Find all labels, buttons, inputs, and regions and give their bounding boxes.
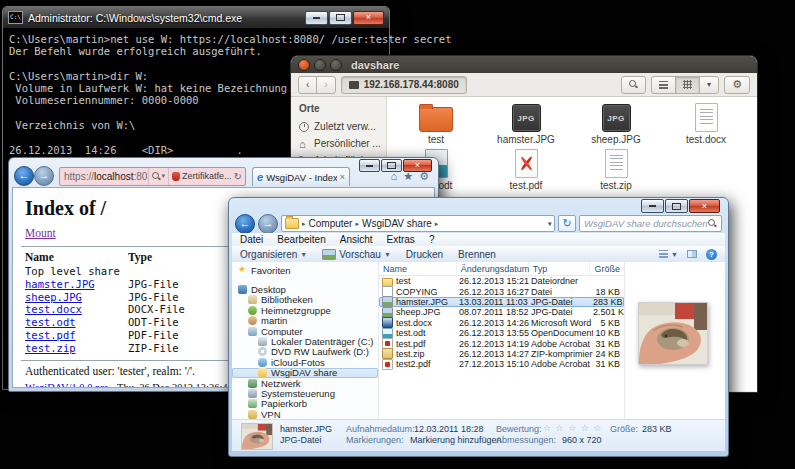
search-button[interactable] — [621, 76, 646, 94]
tab-close-icon[interactable]: × — [340, 172, 345, 182]
file-row[interactable]: hamster.JPG 13.03.2011 11:03 JPG-Datei 2… — [379, 297, 624, 307]
back-button[interactable]: ‹ — [298, 76, 317, 94]
search-box[interactable] — [579, 215, 722, 232]
menu-item[interactable]: Ansicht — [340, 234, 373, 245]
file-row[interactable]: test.zip 26.12.2013 14:27 ZIP-komprimier… — [379, 349, 624, 359]
nav-tree-item[interactable]: Netzwerk — [232, 378, 378, 388]
file-link[interactable]: sheep.JPG — [25, 291, 128, 304]
nav-tree-item[interactable]: Favoriten — [232, 265, 378, 275]
preview-button[interactable]: Vorschau▼ — [322, 249, 391, 260]
search-input[interactable] — [584, 218, 708, 229]
minimize-button[interactable] — [359, 159, 380, 172]
file-row[interactable]: sheep.JPG 08.07.2011 18:52 JPG-Datei 2.5… — [379, 307, 624, 317]
file-icon-cell[interactable]: test.zip — [571, 148, 661, 194]
certificate-warning[interactable]: Zertifikatfe... ↻ — [168, 168, 245, 185]
file-row[interactable]: test2.pdf 27.12.2013 15:10 Adobe Acrobat… — [379, 359, 624, 369]
browser-tab[interactable]: e WsgiDAV - Index of / × — [252, 167, 350, 186]
close-button[interactable] — [298, 59, 310, 71]
menu-item[interactable]: Bearbeiten — [277, 234, 325, 245]
breadcrumb-bar[interactable]: ▸ Computer ▸ WsgiDAV share ▸ ▾ — [281, 215, 555, 232]
organize-button[interactable]: Organisieren▼ — [240, 249, 307, 260]
home-icon[interactable]: ⌂ — [391, 171, 398, 182]
nav-tree-item[interactable]: martin — [232, 316, 378, 326]
file-icon-cell[interactable]: test.docx — [661, 102, 751, 148]
nav-tree-item[interactable]: DVD RW Laufwerk (D:) — [232, 347, 378, 357]
menu-item[interactable]: ? — [429, 234, 435, 245]
file-link[interactable]: test.zip — [25, 342, 128, 355]
picture-icon — [322, 249, 336, 260]
refresh-button[interactable]: ↻ — [558, 215, 576, 232]
minimize-button[interactable] — [641, 199, 664, 213]
wsgidav-link[interactable]: WsgiDAV/1.0.0.pre — [25, 382, 109, 388]
column-header-date[interactable]: Änderungsdatum — [457, 262, 529, 275]
file-icon-cell[interactable]: JPG hamster.JPG — [481, 102, 571, 148]
file-list: Name Änderungsdatum Typ Größe test 26.12… — [378, 262, 624, 419]
file-row[interactable]: COPYING 26.12.2013 16:27 Datei 18 KB — [379, 286, 624, 296]
list-view-button[interactable] — [651, 76, 676, 94]
chevron-down-icon[interactable]: ▾ — [548, 220, 552, 228]
address-search-button[interactable]: ▾ — [148, 168, 169, 185]
nav-tree-item[interactable]: WsgiDAV share — [232, 368, 378, 378]
breadcrumb-computer[interactable]: Computer — [309, 218, 353, 229]
file-icon-cell[interactable]: test.pdf — [481, 148, 571, 194]
nav-tree-item[interactable]: iCloud-Fotos — [232, 357, 378, 367]
file-row[interactable]: test.docx 26.12.2013 14:26 Microsoft Wor… — [379, 318, 624, 328]
file-icon-cell[interactable]: test — [391, 102, 481, 148]
minimize-button[interactable] — [314, 59, 326, 71]
menu-item[interactable]: Datei — [240, 234, 263, 245]
file-row[interactable]: test.odt 26.12.2013 13:55 OpenDocument T… — [379, 328, 624, 338]
gear-icon[interactable]: ⚙ — [419, 171, 429, 182]
close-button[interactable]: × — [689, 199, 720, 213]
preview-pane-toggle[interactable] — [687, 250, 697, 258]
nav-tree-item[interactable]: VPN — [232, 409, 378, 419]
address-bar[interactable]: https://localhost:8080/ ▾ Zertifikatfe..… — [59, 167, 246, 186]
maximize-button[interactable] — [329, 11, 352, 25]
menu-item[interactable]: Extras — [387, 234, 415, 245]
favorites-star-icon[interactable]: ★ — [403, 171, 413, 182]
forward-button[interactable]: › — [316, 76, 335, 94]
file-icon-cell[interactable]: JPG sheep.JPG — [571, 102, 661, 148]
nav-tree-item[interactable]: Papierkorb — [232, 399, 378, 409]
maximize-button[interactable] — [665, 199, 688, 213]
file-link[interactable]: test.pdf — [25, 329, 128, 342]
mount-link[interactable]: Mount — [25, 227, 56, 239]
nav-tree-item[interactable]: Computer — [232, 326, 378, 336]
back-button[interactable]: ← — [14, 166, 34, 186]
file-link[interactable]: test.odt — [25, 316, 128, 329]
nav-tree-item[interactable]: Heimnetzgruppe — [232, 305, 378, 315]
file-row[interactable]: test.pdf 26.12.2013 14:19 Adobe Acrobat … — [379, 338, 624, 348]
maximize-button[interactable] — [330, 59, 342, 71]
grid-view-button[interactable] — [675, 76, 700, 94]
burn-button[interactable]: Brennen — [458, 249, 496, 260]
location-breadcrumb[interactable]: 192.168.178.44:8080 — [341, 76, 467, 94]
settings-button[interactable]: ⚙ — [724, 76, 750, 94]
column-header-name[interactable]: Name — [379, 262, 457, 275]
sidebar-place-item[interactable]: Persönlicher ... — [299, 138, 386, 149]
file-link[interactable]: test.docx — [25, 303, 128, 316]
refresh-icon[interactable]: ↻ — [234, 171, 242, 182]
column-header-type[interactable]: Typ — [529, 262, 591, 275]
cmd-titlebar[interactable]: C:\ Administrator: C:\Windows\system32\c… — [3, 7, 389, 28]
nautilus-titlebar[interactable]: davshare — [291, 56, 757, 73]
back-button[interactable]: ← — [235, 214, 255, 234]
dimensions-value: 960 x 720 — [562, 435, 602, 445]
tags-value[interactable]: Markierung hinzufügen — [410, 435, 502, 445]
breadcrumb-wsgidav-share[interactable]: WsgiDAV share — [362, 218, 432, 229]
forward-button[interactable]: → — [258, 214, 278, 234]
nav-tree-item[interactable]: Desktop — [232, 284, 378, 294]
column-header-size[interactable]: Größe — [590, 262, 624, 275]
minimize-button[interactable] — [305, 11, 328, 25]
change-view-button[interactable]: ▼ — [659, 250, 678, 258]
file-row[interactable]: test 26.12.2013 15:21 Dateiordner — [379, 276, 624, 286]
close-button[interactable]: × — [353, 11, 384, 25]
nav-tree-item[interactable]: Systemsteuerung — [232, 388, 378, 398]
help-icon[interactable]: ? — [706, 249, 717, 260]
print-button[interactable]: Drucken — [406, 249, 443, 260]
rating-stars[interactable]: ☆ ☆ ☆ ☆ ☆ — [543, 423, 602, 433]
file-link[interactable]: hamster.JPG — [25, 278, 128, 291]
forward-button[interactable]: → — [34, 166, 54, 186]
sidebar-place-item[interactable]: Zuletzt verw... — [299, 121, 386, 132]
nav-tree-item[interactable]: Lokaler Datenträger (C:) — [232, 336, 378, 346]
nav-tree-item[interactable]: Bibliotheken — [232, 295, 378, 305]
view-options-button[interactable]: ▾ — [699, 76, 719, 94]
